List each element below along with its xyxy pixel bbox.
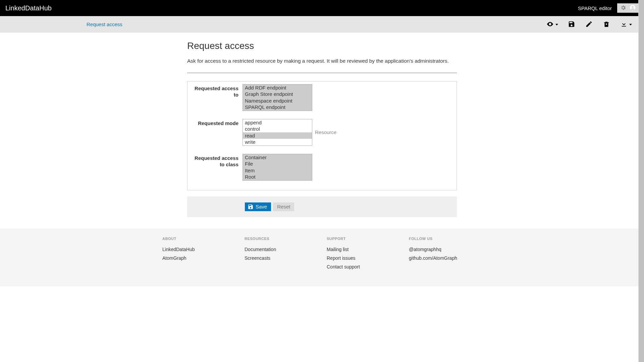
user-icon — [630, 5, 636, 12]
mode-side-label: Resource — [315, 129, 336, 135]
footer: About LinkedDataHub AtomGraph Resources … — [0, 229, 644, 286]
footer-link[interactable]: github.com/AtomGraph — [409, 255, 486, 261]
page-description: Ask for access to a restricted resource … — [187, 57, 457, 65]
page-title: Request access — [187, 41, 457, 51]
list-item[interactable]: Container — [243, 154, 312, 161]
footer-follow: Follow Us @atomgraphhq github.com/AtomGr… — [404, 237, 486, 273]
footer-about: About LinkedDataHub AtomGraph — [158, 237, 240, 273]
subbar: Request access — [0, 16, 644, 33]
footer-support: Support Mailing list Report issues Conta… — [322, 237, 404, 273]
gear-icon — [620, 5, 626, 12]
footer-link[interactable]: Documentation — [245, 247, 322, 252]
download-button[interactable] — [620, 20, 632, 28]
save-button[interactable]: Save — [245, 202, 271, 211]
listbox-access-to-class[interactable]: Container File Item Root — [243, 154, 312, 181]
sparql-editor-link[interactable]: SPARQL editor — [578, 5, 612, 11]
svg-point-1 — [632, 6, 634, 8]
listbox-access-to[interactable]: Add RDF endpoint Graph Store endpoint Na… — [243, 84, 312, 111]
main-content: Request access Ask for access to a restr… — [187, 33, 457, 217]
action-toolbar — [546, 20, 644, 28]
footer-link[interactable]: Screencasts — [245, 255, 322, 261]
label-access-to: Requested access to — [190, 84, 243, 98]
list-item[interactable]: control — [243, 126, 312, 132]
download-icon — [620, 20, 628, 28]
delete-button[interactable] — [602, 20, 610, 28]
list-item[interactable]: append — [243, 119, 312, 126]
topbar-right: SPARQL editor — [578, 3, 639, 13]
form-buttons: Save Reset — [187, 196, 457, 217]
footer-link[interactable]: Mailing list — [327, 247, 404, 252]
floppy-icon — [568, 20, 575, 28]
row-access-to-class: Requested access to class Container File… — [187, 152, 457, 187]
row-access-to: Requested access to Add RDF endpoint Gra… — [187, 81, 457, 117]
list-item[interactable]: Add RDF endpoint — [243, 84, 312, 91]
list-item[interactable]: read — [243, 132, 312, 139]
eye-icon — [546, 20, 554, 28]
window-scrollbar[interactable] — [638, 0, 644, 286]
visibility-button[interactable] — [546, 20, 558, 28]
list-item[interactable]: Namespace endpoint — [243, 98, 312, 104]
list-item[interactable]: SPARQL endpoint — [243, 104, 312, 111]
list-item[interactable]: Graph Store endpoint — [243, 91, 312, 98]
footer-link[interactable]: @atomgraphhq — [409, 247, 486, 252]
settings-user-button[interactable] — [617, 3, 639, 13]
reset-button[interactable]: Reset — [273, 202, 294, 211]
pencil-icon — [585, 20, 593, 28]
list-item[interactable]: File — [243, 161, 312, 167]
topbar: LinkedDataHub SPARQL editor — [0, 0, 644, 16]
label-access-to-class: Requested access to class — [190, 154, 243, 168]
label-mode: Requested mode — [190, 119, 243, 127]
edit-button[interactable] — [585, 20, 593, 28]
app-brand[interactable]: LinkedDataHub — [5, 4, 52, 12]
list-item[interactable]: Root — [243, 174, 312, 180]
list-item[interactable]: Item — [243, 167, 312, 174]
floppy-icon — [248, 204, 254, 210]
list-item[interactable]: write — [243, 139, 312, 145]
footer-link[interactable]: LinkedDataHub — [162, 247, 240, 252]
breadcrumb[interactable]: Request access — [87, 21, 122, 27]
svg-rect-2 — [606, 23, 607, 25]
footer-link[interactable]: AtomGraph — [162, 255, 240, 261]
footer-link[interactable]: Contact support — [327, 264, 404, 269]
trash-icon — [603, 20, 610, 28]
listbox-mode[interactable]: append control read write — [243, 119, 312, 146]
divider — [187, 73, 457, 73]
save-action-button[interactable] — [568, 20, 576, 28]
row-mode: Requested mode append control read write… — [187, 117, 457, 152]
footer-link[interactable]: Report issues — [327, 255, 404, 261]
request-form: Requested access to Add RDF endpoint Gra… — [187, 81, 457, 190]
footer-resources: Resources Documentation Screencasts — [240, 237, 322, 273]
